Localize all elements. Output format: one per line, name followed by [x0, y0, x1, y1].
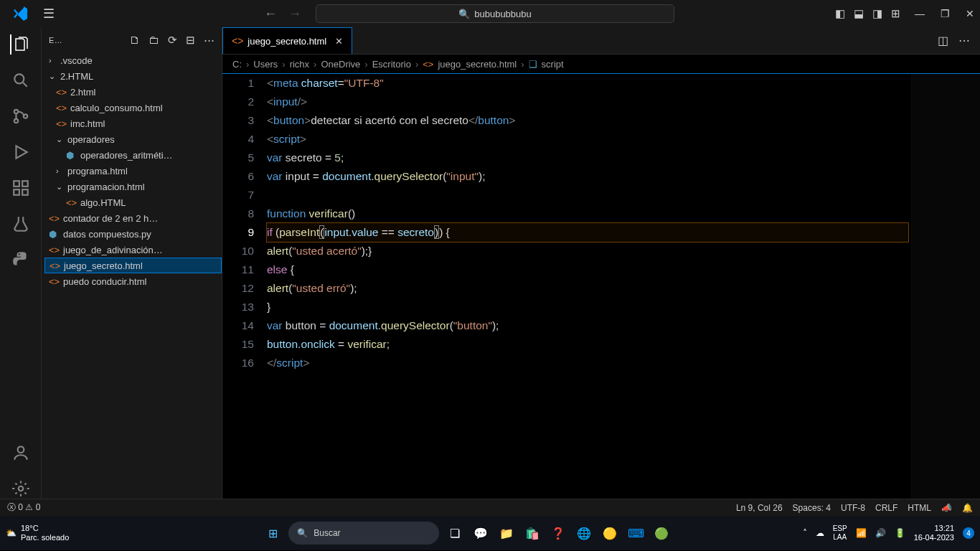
- workbench: E… 🗋 🗀 ⟳ ⊟ ⋯ ›.vscode ⌄2.HTML <>2.html <…: [0, 27, 980, 499]
- extensions-icon[interactable]: [11, 178, 31, 198]
- close-button[interactable]: ✕: [966, 8, 974, 19]
- split-editor-icon[interactable]: ◫: [938, 34, 948, 47]
- refresh-icon[interactable]: ⟳: [168, 34, 177, 47]
- folder-operadores[interactable]: ⌄operadores: [44, 131, 222, 147]
- battery-icon[interactable]: 🔋: [895, 528, 905, 538]
- line-numbers: 1234 5678 9101112 13141516: [222, 74, 267, 499]
- chrome-dev-icon[interactable]: 🟢: [651, 523, 672, 543]
- window-controls: — ❐ ✕: [915, 8, 974, 19]
- file-contador[interactable]: <>contador de 2 en 2 h…: [44, 210, 222, 226]
- folder-2html[interactable]: ⌄2.HTML: [44, 68, 222, 84]
- clock[interactable]: 13:2116-04-2023: [914, 524, 954, 542]
- volume-icon[interactable]: 🔊: [875, 528, 886, 538]
- file-algo[interactable]: <>algo.HTML: [44, 194, 222, 210]
- forward-button[interactable]: →: [288, 6, 301, 22]
- layout-left-icon[interactable]: ◧: [835, 7, 845, 20]
- svg-point-9: [18, 486, 23, 491]
- activity-bar: [0, 27, 42, 499]
- tab-bar: <> juego_secreto.html ✕ ◫ ⋯: [222, 27, 980, 55]
- new-file-icon[interactable]: 🗋: [129, 34, 140, 47]
- svg-point-2: [14, 119, 17, 123]
- explorer-app-icon[interactable]: 📁: [496, 523, 517, 543]
- file-2html[interactable]: <>2.html: [44, 84, 222, 100]
- explorer-sidebar: E… 🗋 🗀 ⟳ ⊟ ⋯ ›.vscode ⌄2.HTML <>2.html <…: [42, 27, 222, 499]
- maximize-button[interactable]: ❐: [941, 8, 950, 19]
- search-text: bubububbubu: [474, 9, 532, 19]
- vscode-app-icon[interactable]: ⌨: [626, 523, 646, 543]
- cursor-position[interactable]: Ln 9, Col 26: [736, 503, 783, 513]
- errors-widget[interactable]: ⓧ 0 ⚠ 0: [7, 501, 40, 514]
- code-editor[interactable]: 1234 5678 9101112 13141516 <meta charset…: [222, 73, 980, 499]
- explorer-icon[interactable]: [10, 34, 30, 55]
- app-logo: [11, 5, 29, 22]
- weather-widget[interactable]: ⛅ 18°CParc. soleado: [6, 524, 69, 542]
- file-operadores-py[interactable]: ⬢operadores_aritméti…: [44, 147, 222, 163]
- settings-icon[interactable]: [11, 479, 31, 499]
- language-mode[interactable]: HTML: [908, 503, 931, 513]
- file-imc[interactable]: <>imc.html: [44, 116, 222, 131]
- explorer-title: E…: [49, 36, 122, 44]
- command-center[interactable]: 🔍 bubububbubu: [316, 4, 674, 23]
- edge-icon[interactable]: 🌐: [574, 523, 594, 543]
- more-icon[interactable]: ⋯: [204, 34, 215, 47]
- layout-grid-icon[interactable]: ⊞: [891, 7, 900, 20]
- notifications-icon[interactable]: 🔔: [962, 503, 973, 513]
- layout-right-icon[interactable]: ◨: [872, 7, 882, 20]
- search-view-icon[interactable]: [11, 70, 31, 90]
- language-switch[interactable]: ESPLAA: [833, 524, 847, 542]
- python-env-icon[interactable]: [11, 250, 31, 270]
- wifi-icon[interactable]: 📶: [856, 528, 867, 538]
- svg-rect-4: [14, 181, 19, 187]
- minimize-button[interactable]: —: [915, 8, 925, 19]
- search-icon: 🔍: [297, 528, 308, 538]
- tray-chevron-icon[interactable]: ˄: [803, 528, 807, 538]
- editor-group: <> juego_secreto.html ✕ ◫ ⋯ C:› Users› r…: [222, 27, 980, 499]
- explorer-header: E… 🗋 🗀 ⟳ ⊟ ⋯: [42, 27, 222, 52]
- accounts-icon[interactable]: [11, 443, 31, 463]
- file-calculo[interactable]: <>calculo_consumo.html: [44, 100, 222, 116]
- scm-icon[interactable]: [11, 106, 31, 126]
- chrome-icon[interactable]: 🟡: [600, 523, 620, 543]
- windows-taskbar: ⛅ 18°CParc. soleado ⊞ 🔍Buscar ❏ 💬 📁 🛍️ ❓…: [0, 516, 980, 550]
- taskbar-search[interactable]: 🔍Buscar: [288, 522, 439, 545]
- file-programa[interactable]: ›programa.html: [44, 163, 222, 179]
- layout-controls: ◧ ⬓ ◨ ⊞: [835, 7, 900, 20]
- encoding-status[interactable]: UTF-8: [841, 503, 865, 513]
- svg-point-8: [17, 446, 24, 453]
- start-button[interactable]: ⊞: [263, 523, 283, 543]
- svg-rect-6: [14, 189, 19, 195]
- new-folder-icon[interactable]: 🗀: [149, 34, 159, 47]
- file-juego-adiv[interactable]: <>juego_de_adivinación…: [44, 242, 222, 258]
- debug-icon[interactable]: [11, 142, 31, 162]
- folder-vscode[interactable]: ›.vscode: [44, 52, 222, 68]
- menu-button[interactable]: ☰: [43, 6, 55, 22]
- feedback-icon[interactable]: 📣: [941, 503, 952, 513]
- indent-status[interactable]: Spaces: 4: [793, 503, 831, 513]
- folder-programacion[interactable]: ⌄programacion.html: [44, 179, 222, 194]
- collapse-icon[interactable]: ⊟: [186, 34, 195, 47]
- tab-juego-secreto[interactable]: <> juego_secreto.html ✕: [222, 27, 352, 54]
- file-juego-secreto[interactable]: <>juego_secreto.html: [44, 258, 222, 273]
- file-datos-py[interactable]: ⬢datos compuestos.py: [44, 226, 222, 242]
- svg-point-0: [14, 74, 24, 83]
- tab-label: juego_secreto.html: [248, 36, 326, 47]
- status-bar: ⓧ 0 ⚠ 0 Ln 9, Col 26 Spaces: 4 UTF-8 CRL…: [0, 499, 980, 516]
- layout-bottom-icon[interactable]: ⬓: [854, 7, 864, 20]
- chat-icon[interactable]: 💬: [471, 523, 491, 543]
- tab-close-icon[interactable]: ✕: [335, 36, 343, 47]
- code-lines[interactable]: <meta charset="UTF-8" <input/> <button>d…: [267, 74, 980, 499]
- taskview-icon[interactable]: ❏: [445, 523, 465, 543]
- onedrive-icon[interactable]: ☁: [816, 528, 824, 538]
- eol-status[interactable]: CRLF: [875, 503, 897, 513]
- help-icon[interactable]: ❓: [548, 523, 568, 543]
- svg-rect-5: [22, 181, 28, 187]
- tab-more-icon[interactable]: ⋯: [958, 34, 970, 47]
- minimap[interactable]: [911, 74, 980, 499]
- notifications-badge[interactable]: 4: [963, 527, 974, 539]
- breadcrumb[interactable]: C:› Users› richx› OneDrive› Escritorio› …: [222, 55, 980, 73]
- back-button[interactable]: ←: [264, 6, 277, 22]
- svg-point-1: [14, 110, 17, 113]
- testing-icon[interactable]: [11, 214, 31, 234]
- store-icon[interactable]: 🛍️: [522, 523, 542, 543]
- file-puedo-conducir[interactable]: <>puedo conducir.html: [44, 273, 222, 289]
